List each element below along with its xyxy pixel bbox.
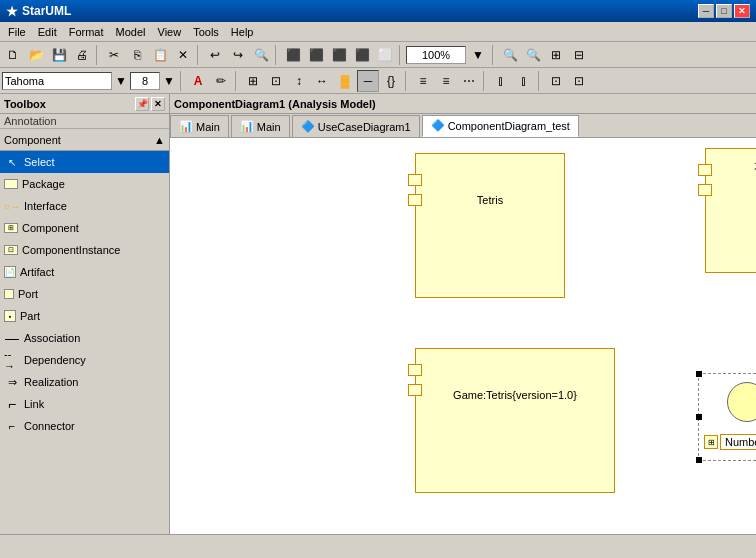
fill-btn[interactable]: ▓ xyxy=(334,70,356,92)
maximize-button[interactable]: □ xyxy=(716,4,732,18)
tab-main2-label: Main xyxy=(257,121,281,133)
menu-help[interactable]: Help xyxy=(225,24,260,40)
package-icon xyxy=(4,179,18,189)
tab-usecase1[interactable]: 🔷 UseCaseDiagram1 xyxy=(292,115,420,137)
find-button[interactable]: 🔍 xyxy=(250,44,272,66)
interface-icon: ○→ xyxy=(4,198,20,214)
sel-handle-tl xyxy=(696,371,702,377)
align-btn2[interactable]: ≡ xyxy=(435,70,457,92)
toolbox-item-artifact[interactable]: 📄 Artifact xyxy=(0,261,169,283)
toolbox-item-part[interactable]: ▪ Part xyxy=(0,305,169,327)
size-btn1[interactable]: ⊡ xyxy=(545,70,567,92)
toolbox-category[interactable]: Component ▲ xyxy=(0,129,169,151)
sel-handle-ml xyxy=(696,414,702,420)
tetris-port-left-1 xyxy=(408,174,422,186)
cut-button[interactable]: ✂ xyxy=(103,44,125,66)
font-color-button[interactable]: A xyxy=(187,70,209,92)
toolbox-item-association[interactable]: — Association xyxy=(0,327,169,349)
font-size-dropdown[interactable]: ▼ xyxy=(161,70,177,92)
kesan-component[interactable]: 계산기 xyxy=(705,148,756,273)
tab-componentdiagram-test[interactable]: 🔷 ComponentDiagram_test xyxy=(422,115,579,137)
dist-btn2[interactable]: ⫿ xyxy=(513,70,535,92)
menu-file[interactable]: File xyxy=(2,24,32,40)
save-button[interactable]: 💾 xyxy=(48,44,70,66)
diagram-title: ComponentDiagram1 (Analysis Model) xyxy=(174,98,376,110)
menu-view[interactable]: View xyxy=(152,24,188,40)
game-tetris-component[interactable]: Game:Tetris{version=1.0} xyxy=(415,348,615,493)
number-button-label-bar: ⊞ NumberButton ✏ ✕ xyxy=(704,434,756,450)
toolbox-item-interface[interactable]: ○→ Interface xyxy=(0,195,169,217)
tetris-component[interactable]: Tetris xyxy=(415,153,565,298)
zoom-input[interactable] xyxy=(406,46,466,64)
zoom-in-button[interactable]: 🔍 xyxy=(522,44,544,66)
align-btn3[interactable]: ⋯ xyxy=(458,70,480,92)
menu-edit[interactable]: Edit xyxy=(32,24,63,40)
font-size-input[interactable] xyxy=(130,72,160,90)
toolbox-item-link[interactable]: ⌐ Link xyxy=(0,393,169,415)
tb-btn5[interactable]: ⬛ xyxy=(282,44,304,66)
align-btn1[interactable]: ≡ xyxy=(412,70,434,92)
canvas[interactable]: Tetris 계산기 Game:Tetris{version=1.0} xyxy=(170,138,756,534)
number-button-container[interactable]: ⊞ NumberButton ✏ ✕ xyxy=(698,373,756,461)
toolbox-item-component[interactable]: ⊞ Component xyxy=(0,217,169,239)
dist-btn1[interactable]: ⫿ xyxy=(490,70,512,92)
tb-btn6[interactable]: ⬛ xyxy=(305,44,327,66)
font-dropdown[interactable]: ▼ xyxy=(113,70,129,92)
toolbox-item-componentinstance[interactable]: ⊡ ComponentInstance xyxy=(0,239,169,261)
format-btn3[interactable]: ↕ xyxy=(288,70,310,92)
category-label: Component xyxy=(4,134,61,146)
sep10 xyxy=(538,71,542,91)
tab-usecase1-icon: 🔷 xyxy=(301,120,315,134)
category-scroll-up[interactable]: ▲ xyxy=(154,134,165,146)
copy-button[interactable]: ⎘ xyxy=(126,44,148,66)
font-selector[interactable] xyxy=(2,72,112,90)
tb-btn11[interactable]: ⊟ xyxy=(568,44,590,66)
kesan-port-left-2 xyxy=(698,184,712,196)
new-button[interactable]: 🗋 xyxy=(2,44,24,66)
toolbox-item-connector[interactable]: ⌐ Connector xyxy=(0,415,169,437)
menu-tools[interactable]: Tools xyxy=(187,24,225,40)
tb-btn7[interactable]: ⬛ xyxy=(328,44,350,66)
tab-bar: 📊 Main 📊 Main 🔷 UseCaseDiagram1 🔷 Compon… xyxy=(170,114,756,138)
toolbox-close-button[interactable]: ✕ xyxy=(151,97,165,111)
menu-model[interactable]: Model xyxy=(110,24,152,40)
tb-btn10[interactable]: ⊞ xyxy=(545,44,567,66)
paste-button[interactable]: 📋 xyxy=(149,44,171,66)
format-btn2[interactable]: ⊡ xyxy=(265,70,287,92)
zoom-dropdown[interactable]: ▼ xyxy=(467,44,489,66)
interface-label: Interface xyxy=(24,200,67,212)
format-btn1[interactable]: ⊞ xyxy=(242,70,264,92)
port-icon xyxy=(4,289,14,299)
line-btn[interactable]: ─ xyxy=(357,70,379,92)
tab-main2[interactable]: 📊 Main xyxy=(231,115,290,137)
format-btn4[interactable]: ↔ xyxy=(311,70,333,92)
open-button[interactable]: 📂 xyxy=(25,44,47,66)
tab-main1[interactable]: 📊 Main xyxy=(170,115,229,137)
pencil-button[interactable]: ✏ xyxy=(210,70,232,92)
close-button[interactable]: ✕ xyxy=(734,4,750,18)
annotation-section: Annotation xyxy=(0,114,169,129)
delete-button[interactable]: ✕ xyxy=(172,44,194,66)
toolbox-item-dependency[interactable]: --→ Dependency xyxy=(0,349,169,371)
size-btn2[interactable]: ⊡ xyxy=(568,70,590,92)
annotation-label: Annotation xyxy=(4,115,57,127)
toolbox-item-realization[interactable]: ⇒ Realization xyxy=(0,371,169,393)
main-layout: Toolbox 📌 ✕ Annotation Component ▲ ↖ Sel… xyxy=(0,94,756,534)
dependency-icon: --→ xyxy=(4,352,20,368)
zoom-out-button[interactable]: 🔍 xyxy=(499,44,521,66)
print-button[interactable]: 🖨 xyxy=(71,44,93,66)
toolbox-item-port[interactable]: Port xyxy=(0,283,169,305)
bracket-btn[interactable]: {} xyxy=(380,70,402,92)
undo-button[interactable]: ↩ xyxy=(204,44,226,66)
link-label: Link xyxy=(24,398,44,410)
tb-btn9[interactable]: ⬜ xyxy=(374,44,396,66)
part-label: Part xyxy=(20,310,40,322)
toolbox-pin-button[interactable]: 📌 xyxy=(135,97,149,111)
number-button-label: NumberButton xyxy=(720,434,756,450)
tb-btn8[interactable]: ⬛ xyxy=(351,44,373,66)
minimize-button[interactable]: ─ xyxy=(698,4,714,18)
menu-format[interactable]: Format xyxy=(63,24,110,40)
toolbox-item-package[interactable]: Package xyxy=(0,173,169,195)
toolbox-item-select[interactable]: ↖ Select xyxy=(0,151,169,173)
redo-button[interactable]: ↪ xyxy=(227,44,249,66)
